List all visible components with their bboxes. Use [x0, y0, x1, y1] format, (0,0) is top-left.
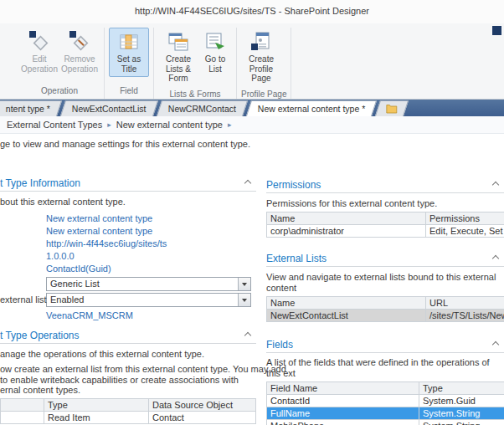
office-item-type-dropdown[interactable]: Generic List — [46, 277, 251, 291]
create-lists-form-button[interactable]: Create Lists & Form — [158, 28, 198, 87]
column-header[interactable]: URL — [426, 297, 504, 310]
table-row-selected[interactable]: FullName System.String — [267, 407, 504, 420]
chevron-up-icon — [244, 180, 251, 187]
ribbon-button-label: Edit Operation — [21, 54, 58, 74]
breadcrumb-item-new-external-content-type[interactable]: New external content type — [116, 120, 223, 130]
section-title: t Type Operations — [0, 330, 80, 341]
collapse-section-button[interactable] — [243, 330, 253, 341]
table-header-row: Type Data Source Object — [1, 398, 256, 411]
collapse-section-button[interactable] — [491, 253, 501, 264]
cell-type: Read Item — [44, 411, 149, 423]
offline-sync-dropdown[interactable]: Enabled — [46, 293, 251, 307]
dropdown-button[interactable] — [238, 278, 250, 290]
column-header[interactable]: Type — [44, 398, 149, 411]
ribbon-group-operation: Edit Operation Remove Operation Operatio… — [15, 28, 105, 99]
remove-operation-icon — [69, 31, 90, 53]
folder-icon — [386, 104, 398, 114]
ribbon-group-field: Set as Title Field — [105, 28, 154, 99]
operations-note-line: ernal content types. — [0, 385, 256, 396]
cell-type: System.String — [419, 407, 504, 420]
section-title: External Lists — [266, 253, 327, 264]
tab-newcrmcontact[interactable]: NewCRMContact — [157, 100, 248, 116]
tab-content-type[interactable]: ntent type * — [0, 100, 62, 116]
set-as-title-button[interactable]: Set as Title — [109, 28, 149, 77]
page-description: ge to view and manage settings for this … — [0, 139, 250, 149]
chevron-up-icon — [492, 341, 499, 348]
table-row[interactable]: ContactId System.Guid — [267, 395, 504, 407]
remove-operation-button[interactable]: Remove Operation — [59, 28, 100, 77]
link-display-name[interactable]: New external content type — [46, 213, 152, 223]
table-row[interactable]: corp\administrator Edit, Execute, Set Pe… — [267, 225, 504, 238]
info-row: ContactId(Guid) — [0, 263, 256, 275]
section-description: bout this external content type. — [0, 197, 256, 207]
breadcrumb-arrow-icon[interactable]: ▸ — [228, 120, 232, 129]
cell-field-name: ContactId — [267, 395, 419, 407]
info-row: 1.0.0.0 — [0, 250, 256, 263]
breadcrumb-arrow-icon[interactable]: ▸ — [107, 120, 111, 129]
cell-type: System.String — [419, 420, 504, 425]
edit-operation-button[interactable]: Edit Operation — [19, 28, 59, 77]
operations-table: Type Data Source Object Read Item Contac… — [0, 398, 256, 424]
column-header[interactable]: Field Name — [267, 382, 419, 395]
external-system-row: VeenaCRM_MSCRM — [0, 310, 256, 321]
breadcrumb-item-external-content-types[interactable]: External Content Types — [7, 120, 102, 130]
link-external-system[interactable]: VeenaCRM_MSCRM — [46, 310, 133, 320]
create-profile-page-icon — [250, 31, 272, 53]
chevron-up-icon — [244, 332, 251, 339]
link-identifiers[interactable]: ContactId(Guid) — [46, 264, 111, 274]
collapse-section-button[interactable] — [243, 178, 253, 188]
ribbon-button-label: Go to List — [200, 54, 230, 74]
fields-table: Field Name Type ContactId System.Guid Fu… — [266, 381, 504, 425]
table-row[interactable]: MobilePhone System.String — [267, 420, 504, 425]
cell-field-name: MobilePhone — [267, 420, 419, 425]
section-header-operations: t Type Operations — [0, 328, 256, 344]
create-lists-form-icon — [167, 31, 189, 53]
table-row[interactable]: Read Item Contact — [1, 411, 256, 423]
info-row: New external content type — [0, 225, 256, 238]
ribbon: Edit Operation Remove Operation Operatio… — [0, 23, 504, 100]
column-header[interactable]: Permissions — [426, 212, 504, 225]
link-name[interactable]: New external content type — [46, 226, 152, 236]
tab-new-external-content-type[interactable]: New external content type * — [246, 100, 378, 116]
tab-label: NewCRMContact — [168, 104, 236, 114]
table-header-row: Name Permissions — [267, 212, 504, 225]
create-profile-page-button[interactable]: Create Profile Page — [241, 28, 281, 87]
link-namespace[interactable]: http://win-4f44sec6iug/sites/ts — [46, 238, 167, 248]
cell-type: System.Guid — [419, 395, 504, 407]
ribbon-group-profile-page: Create Profile Page Profile Page — [237, 28, 291, 99]
column-header[interactable]: Data Source Object — [149, 398, 256, 411]
chevron-up-icon — [492, 182, 499, 188]
column-header[interactable] — [1, 398, 44, 411]
column-header[interactable]: Name — [267, 297, 426, 310]
section-title: Fields — [266, 339, 293, 351]
section-description: Permissions for this external content ty… — [266, 198, 504, 209]
offline-sync-row: external list Enabled — [0, 293, 256, 307]
column-header[interactable]: Name — [267, 212, 426, 225]
breadcrumb: External Content Types ▸ New external co… — [0, 116, 504, 134]
collapse-section-button[interactable] — [491, 340, 501, 350]
window-title: http://WIN-4F44SEC6IUG/sites/TS - ShareP… — [0, 0, 504, 23]
tab-newextcontactlist[interactable]: NewExtContactList — [60, 100, 158, 116]
ribbon-corner-icon — [492, 26, 501, 35]
office-item-type-row: Generic List — [0, 277, 256, 291]
new-tab-button[interactable] — [375, 100, 409, 116]
link-version[interactable]: 1.0.0.0 — [46, 251, 75, 261]
table-header-row: Field Name Type — [267, 382, 504, 395]
cell-data-source-object: Contact — [149, 411, 256, 423]
left-column: t Type Information bout this external co… — [0, 176, 256, 424]
section-title: t Type Information — [0, 177, 80, 189]
cell-name: corp\administrator — [267, 225, 426, 238]
table-row[interactable]: NewExtContactList /sites/TS/Lists/NewExt… — [267, 310, 504, 322]
collapse-section-button[interactable] — [491, 180, 501, 190]
cell-url: /sites/TS/Lists/NewExtContactList — [426, 310, 504, 322]
tab-label: New external content type * — [258, 104, 365, 114]
column-header[interactable]: Type — [419, 382, 504, 395]
operations-note-line: ow create an external list from this ext… — [0, 364, 256, 375]
table-header-row: Name URL — [267, 297, 504, 310]
go-to-list-button[interactable]: Go to List — [198, 28, 232, 77]
right-column: Permissions Permissions for this externa… — [266, 177, 504, 425]
ribbon-group-label: Operation — [19, 84, 100, 99]
ribbon-button-label: Set as Title — [111, 54, 147, 74]
dropdown-button[interactable] — [238, 294, 250, 306]
dropdown-value: Enabled — [47, 294, 238, 306]
